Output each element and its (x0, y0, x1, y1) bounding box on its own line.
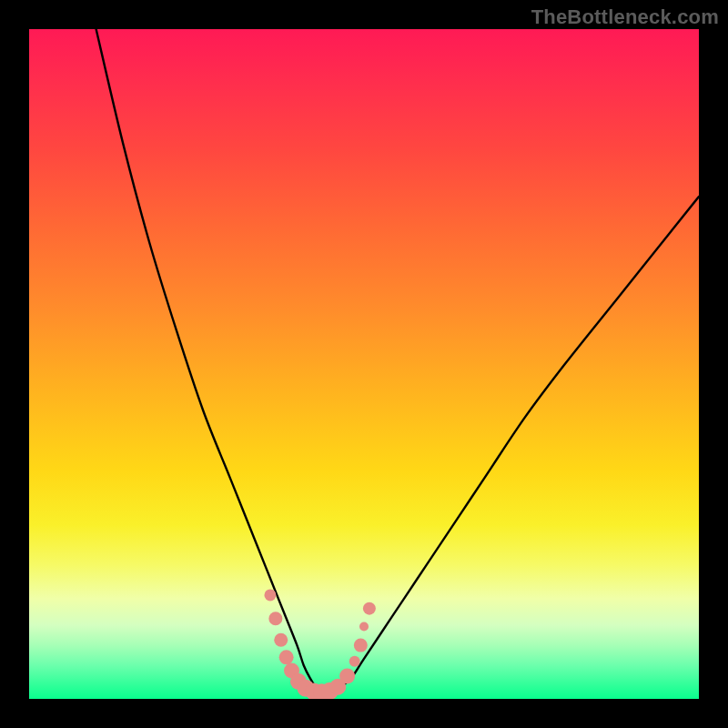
plot-area (29, 29, 699, 699)
curve-marker (354, 639, 368, 652)
curve-marker (274, 633, 288, 647)
curve-marker (279, 650, 294, 664)
curve-layer (29, 29, 699, 699)
curve-marker (363, 602, 376, 615)
watermark-text: TheBottleneck.com (531, 5, 719, 29)
curve-marker (339, 668, 355, 683)
curve-marker (264, 589, 276, 601)
bottleneck-curve (96, 29, 699, 693)
curve-marker (349, 656, 360, 667)
curve-marker (359, 622, 369, 632)
chart-frame: TheBottleneck.com (0, 0, 728, 728)
curve-marker (268, 612, 282, 625)
